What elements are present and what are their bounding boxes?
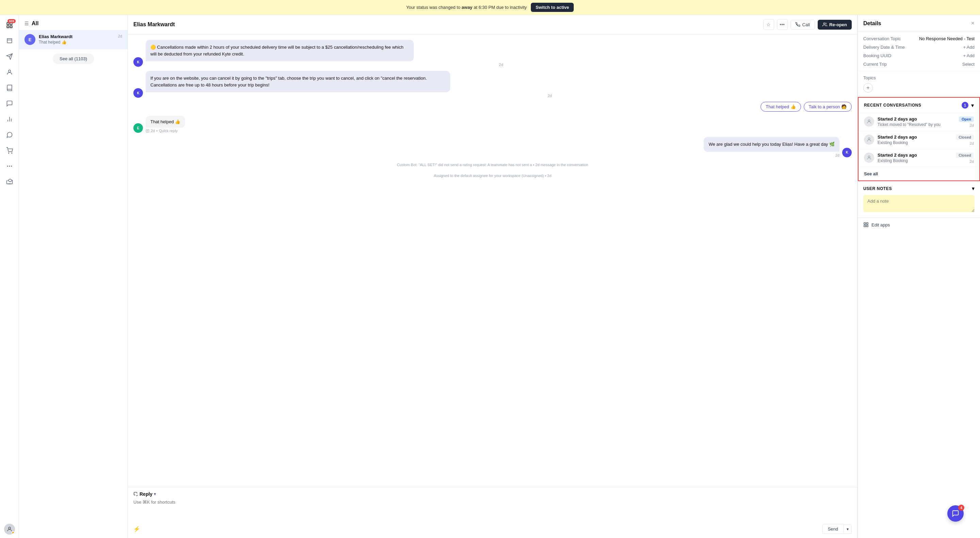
detail-label-topic: Conversation Topic xyxy=(863,36,901,41)
add-note-input[interactable] xyxy=(863,195,975,212)
conv-list-title: All xyxy=(32,21,38,27)
user-notes-section: USER NOTES ▾ xyxy=(858,181,980,218)
switch-to-active-button[interactable]: Switch to active xyxy=(531,3,574,12)
detail-row-trip: Current Trip Select xyxy=(863,62,975,67)
floating-chat-button[interactable]: 4 xyxy=(956,514,972,530)
messages-nav-icon[interactable] xyxy=(3,128,16,142)
floating-chat-badge: 4 xyxy=(958,504,964,511)
chat-header: Elias Markwardt ☆ ••• Call Re-open xyxy=(128,15,857,34)
recent-conv-started-3: Started 2 days ago xyxy=(878,153,953,158)
edit-apps-section[interactable]: Edit apps xyxy=(858,218,980,231)
detail-label-booking: Booking UUID xyxy=(863,53,891,58)
apps-nav-icon[interactable] xyxy=(3,160,16,173)
more-button[interactable]: ••• xyxy=(777,19,788,30)
svg-point-14 xyxy=(824,23,825,24)
recent-conv-desc-2: Existing Booking xyxy=(878,140,953,145)
talk-to-person-button[interactable]: Talk to a person 🧑 xyxy=(804,102,852,112)
svg-rect-22 xyxy=(864,225,865,227)
details-panel: Details × Conversation Topic No Response… xyxy=(858,15,980,538)
kyte-avatar-2: K xyxy=(134,88,143,98)
details-rows-section: Conversation Topic No Response Needed - … xyxy=(858,32,980,71)
see-all-recent-button[interactable]: See all xyxy=(859,167,979,180)
recent-conv-status-3: Closed xyxy=(956,153,974,158)
detail-label-delivery: Delivery Date & Time xyxy=(863,45,905,50)
cart-nav-icon[interactable] xyxy=(3,144,16,157)
star-button[interactable]: ☆ xyxy=(763,19,774,30)
detail-select-trip[interactable]: Select xyxy=(962,62,975,67)
user-notes-title: USER NOTES xyxy=(863,186,892,191)
svg-point-4 xyxy=(8,70,11,72)
agent-reply-wrap: We are glad we could help you today Elia… xyxy=(704,137,852,157)
recent-conv-item-2[interactable]: Started 2 days ago Existing Booking Clos… xyxy=(859,131,979,149)
kyte-avatar-1: K xyxy=(134,57,143,67)
system-message-2: Assigned to the default assignee for you… xyxy=(134,172,852,179)
user-notes-header: USER NOTES ▾ xyxy=(863,185,975,192)
topics-add-button[interactable]: + xyxy=(863,83,873,93)
recent-conv-desc-1: Ticket moved to "Resolved" by you xyxy=(878,122,956,127)
conversation-item[interactable]: E Elias Markwardt That helped 👍 2d xyxy=(19,30,127,49)
details-header: Details × xyxy=(858,15,980,32)
user-notes-chevron-icon[interactable]: ▾ xyxy=(972,185,975,192)
send-button[interactable]: Send xyxy=(822,524,843,534)
reply-label[interactable]: Reply ▾ xyxy=(134,491,156,497)
that-helped-button[interactable]: That helped 👍 xyxy=(760,102,801,112)
svg-point-18 xyxy=(868,156,870,158)
svg-point-17 xyxy=(868,138,870,140)
chat-nav-icon[interactable] xyxy=(3,97,16,110)
svg-point-11 xyxy=(11,166,12,166)
svg-rect-21 xyxy=(866,225,868,227)
inbox-badge: 609 xyxy=(8,19,15,23)
contacts-nav-icon[interactable] xyxy=(3,65,16,79)
detail-value-topic: No Response Needed - Test xyxy=(919,36,975,41)
lightning-icon[interactable]: ⚡ xyxy=(134,526,140,532)
recent-conv-time-2: 2d xyxy=(970,141,974,145)
recent-convs-chevron-icon: ▾ xyxy=(971,102,974,109)
customer-message: E That helped 👍 2d • Quick reply xyxy=(134,116,185,133)
see-all-button[interactable]: See all (1103) xyxy=(53,53,94,64)
megaphone-nav-icon[interactable] xyxy=(3,175,16,188)
call-button[interactable]: Call xyxy=(791,20,815,30)
msg-time-1: 2d xyxy=(146,63,503,67)
chat-panel: Elias Markwardt ☆ ••• Call Re-open K 🟡 xyxy=(128,15,858,538)
recent-conv-avatar-3 xyxy=(864,153,874,163)
recent-conversations-section: RECENT CONVERSATIONS 1 ▾ Started 2 days … xyxy=(858,97,980,181)
recent-conv-avatar-2 xyxy=(864,134,874,145)
system-message-1: Custom Bot: "ALL SET!" did not send a ra… xyxy=(134,161,852,168)
svg-rect-3 xyxy=(7,26,9,28)
detail-add-delivery[interactable]: + Add xyxy=(963,45,975,50)
send-nav-icon[interactable] xyxy=(3,50,16,63)
agent-reply-bubble: We are glad we could help you today Elia… xyxy=(704,137,840,152)
detail-label-trip: Current Trip xyxy=(863,62,887,67)
reply-chevron[interactable]: ▾ xyxy=(154,492,156,496)
svg-rect-20 xyxy=(866,223,868,224)
grid-nav-icon[interactable]: 609 xyxy=(3,18,16,32)
chart-nav-icon[interactable] xyxy=(3,112,16,126)
conv-name: Elias Markwardt xyxy=(39,34,115,39)
svg-rect-19 xyxy=(864,223,865,224)
detail-add-booking[interactable]: + Add xyxy=(963,53,975,58)
bot-action-buttons: That helped 👍 Talk to a person 🧑 xyxy=(760,102,852,112)
inbox-nav-icon[interactable] xyxy=(3,34,16,48)
recent-conv-item-1[interactable]: Started 2 days ago Ticket moved to "Reso… xyxy=(859,113,979,131)
svg-rect-2 xyxy=(10,26,12,28)
details-close-button[interactable]: × xyxy=(971,20,975,27)
send-dropdown-button[interactable]: ▾ xyxy=(843,524,852,534)
recent-conv-avatar-1 xyxy=(864,117,874,127)
reopen-button[interactable]: Re-open xyxy=(818,20,852,30)
panel-toggle-icon[interactable]: ☰ xyxy=(24,21,29,26)
recent-conv-item-3[interactable]: Started 2 days ago Existing Booking Clos… xyxy=(859,149,979,167)
conv-avatar: E xyxy=(24,34,35,45)
reply-box: Reply ▾ ⚡ Send ▾ xyxy=(128,487,857,538)
user-avatar[interactable] xyxy=(4,524,15,535)
customer-avatar: E xyxy=(134,123,143,133)
recent-conv-status-1: Open xyxy=(959,117,974,122)
agent-bubble-1: 🟡 Cancellations made within 2 hours of y… xyxy=(146,40,414,61)
topics-label: Topics xyxy=(863,75,975,80)
recent-conv-time-3: 2d xyxy=(970,160,974,163)
recent-convs-header[interactable]: RECENT CONVERSATIONS 1 ▾ xyxy=(859,98,979,113)
svg-point-13 xyxy=(8,527,11,529)
reply-footer: ⚡ Send ▾ xyxy=(134,524,852,534)
book-nav-icon[interactable] xyxy=(3,81,16,95)
reply-input[interactable] xyxy=(134,500,852,520)
svg-point-10 xyxy=(9,166,10,166)
